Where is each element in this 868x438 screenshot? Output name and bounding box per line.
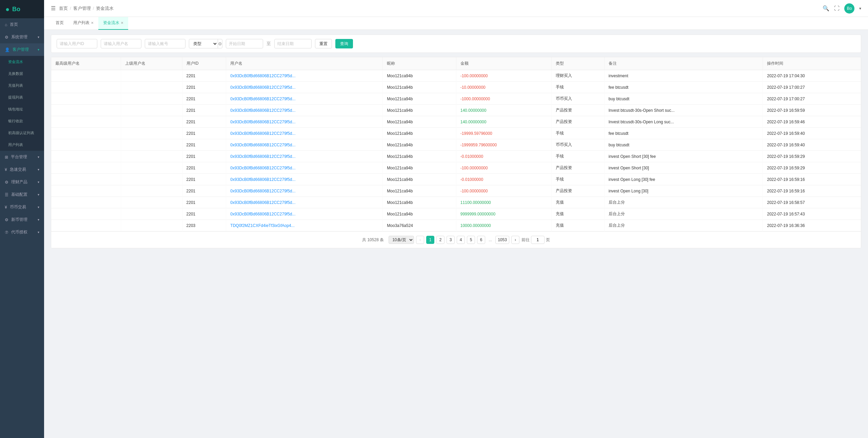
search-button[interactable]: 查询 [335, 39, 353, 48]
page-5-btn[interactable]: 5 [467, 236, 475, 244]
cell-3: 0x93DcB0fBd66806B12CC279f5d... [226, 70, 383, 82]
cell-0 [51, 128, 121, 139]
search-icon[interactable]: 🔍 [823, 5, 829, 12]
cell-4: Moo121ca94b [383, 128, 456, 139]
sidebar-item-quick-trade[interactable]: ¥ 急速交易 ▾ [0, 163, 44, 176]
cell-4: Moo121ca94b [383, 197, 456, 208]
cell-5: -0.01000000 [456, 151, 552, 162]
content-area: 类型 理财买入 手续 币币买入 产品投资 充值 ⚙ 至 重置 查询 最高级用户 [44, 30, 868, 438]
account-input[interactable] [145, 39, 185, 48]
sidebar-item-user-list[interactable]: 用户列表 [0, 139, 44, 151]
type-filter-icon[interactable]: ⚙ [218, 39, 222, 48]
finance-icon: ⚙ [5, 180, 8, 185]
logo-text: Bo [12, 6, 20, 13]
page-6-btn[interactable]: 6 [477, 236, 485, 244]
cell-5: -1000.00000000 [456, 93, 552, 105]
sidebar-item-kyc[interactable]: 初高级认证列表 [0, 127, 44, 139]
cell-5: 140.00000000 [456, 116, 552, 128]
menu-toggle-icon[interactable]: ☰ [51, 5, 56, 12]
cell-3: 0x93DcB0fBd66806B12CC279f5d... [226, 185, 383, 197]
sidebar-item-finance[interactable]: ⚙ 理财产品 ▾ [0, 176, 44, 188]
sidebar-item-label: 系统管理 [11, 34, 27, 40]
cell-2: 2201 [182, 105, 226, 116]
sidebar-item-label: 理财产品 [11, 179, 27, 185]
cell-4: Moo121ca94b [383, 174, 456, 185]
cell-6: 手续 [552, 151, 604, 162]
cell-0 [51, 93, 121, 105]
col-nickname: 昵称 [383, 57, 456, 70]
sidebar-item-home[interactable]: ⌂ 首页 [0, 18, 44, 31]
sidebar-item-platform[interactable]: ⊞ 平台管理 ▾ [0, 151, 44, 163]
cell-6: 理财买入 [552, 70, 604, 82]
sidebar-item-customer[interactable]: 👤 客户管理 ▾ [0, 43, 44, 56]
user-menu-icon[interactable]: ▾ [859, 6, 861, 11]
sidebar-item-fund-flow[interactable]: 资金流水 [0, 56, 44, 68]
goto-input[interactable] [531, 236, 545, 244]
sidebar-item-label: 客户管理 [13, 47, 29, 53]
page-size-select[interactable]: 10条/页 20条/页 50条/页 [389, 236, 414, 244]
cell-1 [121, 70, 182, 82]
cell-6: 手续 [552, 128, 604, 139]
breadcrumb-customer[interactable]: 客户管理 [73, 5, 91, 12]
cell-8: 2022-07-19 16:59:40 [763, 128, 861, 139]
avatar[interactable]: Bo [844, 3, 854, 14]
sidebar-item-label: 平台管理 [11, 154, 27, 160]
page-2-btn[interactable]: 2 [436, 236, 445, 244]
fullscreen-icon[interactable]: ⛶ [834, 5, 840, 12]
cell-1 [121, 162, 182, 174]
page-next-btn[interactable]: › [511, 236, 519, 244]
page-suffix: 页 [546, 237, 550, 243]
start-date-input[interactable] [226, 39, 263, 48]
sidebar-item-label: 币币交易 [10, 204, 26, 210]
sidebar-item-token-auth[interactable]: ⑦ 代币授权 ▾ [0, 226, 44, 238]
sidebar-item-new-coin[interactable]: ⚙ 新币管理 ▾ [0, 213, 44, 226]
col-top-user: 最高级用户名 [51, 57, 121, 70]
sidebar-item-bank[interactable]: 银行收款 [0, 115, 44, 127]
sidebar-item-basic-config[interactable]: ☰ 基础配置 ▾ [0, 188, 44, 201]
cell-8: 2022-07-19 16:59:16 [763, 174, 861, 185]
end-date-input[interactable] [274, 39, 312, 48]
page-last-btn[interactable]: 1053 [495, 236, 509, 244]
sidebar-item-wallet[interactable]: 钱包地址 [0, 103, 44, 115]
cell-3: 0x93DcB0fBd66806B12CC279f5d... [226, 128, 383, 139]
page-1-btn[interactable]: 1 [426, 236, 434, 244]
sidebar-item-label: 代币授权 [11, 229, 27, 235]
cell-7: invest Open Long [30] [604, 185, 763, 197]
sidebar-logo[interactable]: ● Bo [0, 0, 44, 18]
reset-button[interactable]: 重置 [315, 39, 332, 48]
user-name-input[interactable] [101, 39, 141, 48]
cell-2: 2201 [182, 139, 226, 151]
sidebar-item-coin-trade[interactable]: ¥ 币币交易 ▾ [0, 201, 44, 213]
tab-home[interactable]: 首页 [51, 17, 68, 30]
breadcrumb-home[interactable]: 首页 [59, 5, 68, 12]
sidebar-item-recharge[interactable]: 充值列表 [0, 80, 44, 91]
cell-7: invest Open Short [30] [604, 162, 763, 174]
table-row: 22010x93DcB0fBd66806B12CC279f5d...Moo121… [51, 105, 861, 116]
cell-3: 0x93DcB0fBd66806B12CC279f5d... [226, 162, 383, 174]
page-prev-btn[interactable]: ‹ [416, 236, 424, 244]
cell-4: Moo121ca94b [383, 70, 456, 82]
cell-3: 0x93DcB0fBd66806B12CC279f5d... [226, 197, 383, 208]
cell-8: 2022-07-19 16:59:46 [763, 116, 861, 128]
sidebar-item-system[interactable]: ⚙ 系统管理 ▾ [0, 31, 44, 43]
table-row: 22010x93DcB0fBd66806B12CC279f5d...Moo121… [51, 151, 861, 162]
table-container: 最高级用户名 上级用户名 用户ID 用户名 昵称 金额 类型 备注 操作时间 2… [51, 57, 861, 248]
page-ellipsis: ... [487, 237, 493, 242]
sidebar-item-withdraw[interactable]: 提现列表 [0, 91, 44, 103]
cell-1 [121, 208, 182, 220]
fund-flow-tab-close[interactable]: ✕ [121, 21, 123, 25]
sidebar-item-label: 急速交易 [10, 167, 26, 172]
sidebar-item-label: 新币管理 [11, 217, 27, 223]
page-3-btn[interactable]: 3 [447, 236, 455, 244]
page-4-btn[interactable]: 4 [457, 236, 465, 244]
cell-3: TDQ0f2MZ1CXFd4ieTf3ixGfAop4... [226, 220, 383, 231]
chevron-icon: ▾ [38, 218, 39, 222]
user-list-tab-close[interactable]: ✕ [91, 21, 94, 25]
user-id-input[interactable] [57, 39, 97, 48]
chevron-icon: ▾ [38, 48, 39, 51]
sidebar-item-exchange[interactable]: 兑换数据 [0, 68, 44, 80]
cell-6: 充值 [552, 197, 604, 208]
tab-user-list[interactable]: 用户列表 ✕ [68, 17, 98, 30]
tab-fund-flow[interactable]: 资金流水 ✕ [98, 17, 128, 30]
type-select[interactable]: 类型 理财买入 手续 币币买入 产品投资 充值 [189, 39, 218, 48]
